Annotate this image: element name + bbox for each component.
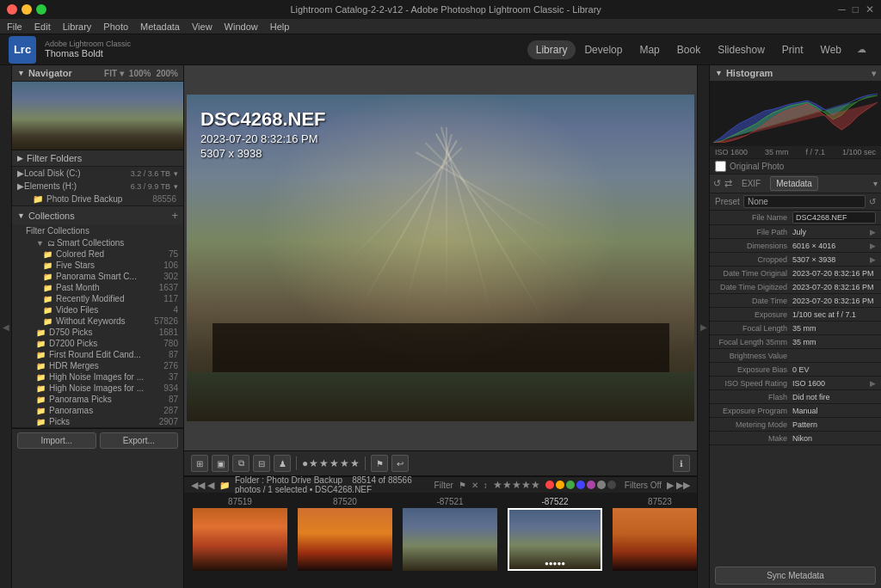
filmstrip-thumb[interactable]: 87519 [189,497,291,571]
collections-header[interactable]: ▼ Collections + [12,206,183,224]
collection-item[interactable]: 📁High Noise Images for ...934 [12,383,183,394]
navigator-fit[interactable]: FIT ▾ [104,69,124,78]
menu-file[interactable]: File [7,21,22,32]
filter-collections[interactable]: Filter Collections [12,224,183,237]
preset-icon[interactable]: ↺ [869,197,876,206]
filter-blue[interactable] [576,481,585,489]
collection-item[interactable]: 📁HDR Merges276 [12,360,183,371]
window-controls[interactable] [7,4,46,15]
nav-fwd[interactable]: ▶ [667,480,674,491]
disk-elements-arrow[interactable]: ▾ [174,182,178,191]
star-rating-filter[interactable]: ● ★ ★ ★ ★ ★ [302,457,360,469]
filter-pick-icon[interactable]: ⚑ [459,481,466,490]
sync-metadata-button[interactable]: Sync Metadata [715,567,876,585]
view-grid-button[interactable]: ⊞ [191,455,208,472]
nav-last[interactable]: ▶▶ [676,480,690,491]
histogram-menu-icon[interactable]: ▾ [872,69,876,78]
navigator-header[interactable]: ▼ Navigator FIT ▾ 100% 200% [12,65,183,82]
filter-gray[interactable] [597,481,606,489]
metadata-button[interactable]: ℹ [673,455,690,472]
collection-item[interactable]: 📁Panoramas287 [12,405,183,416]
module-book[interactable]: Book [668,40,709,59]
view-survey-button[interactable]: ⊟ [253,455,270,472]
filter-yellow[interactable] [556,481,564,489]
maximize-button[interactable] [36,4,46,15]
module-library[interactable]: Library [527,40,576,59]
module-map[interactable]: Map [631,40,668,59]
minimize-button[interactable] [22,4,32,15]
star6[interactable]: ★ [350,457,360,469]
menu-help[interactable]: Help [270,21,290,32]
filter-sort-icon[interactable]: ↕ [484,481,488,490]
disk-local-arrow[interactable]: ▾ [174,169,178,178]
original-photo-check[interactable] [715,161,726,172]
menu-library[interactable]: Library [63,21,92,32]
collection-item[interactable]: 📁Video Files4 [12,304,183,315]
collection-item[interactable]: 📁Panorama Smart C...302 [12,271,183,282]
menu-photo[interactable]: Photo [103,21,128,32]
filter-green[interactable] [566,481,575,489]
close-button[interactable] [7,4,17,15]
collection-item[interactable]: 📁Colored Red75 [12,248,183,260]
collection-item[interactable]: 📁Picks2907 [12,416,183,427]
collection-item[interactable]: 📁Recently Modified117 [12,293,183,304]
menu-window[interactable]: Window [225,21,258,32]
win-restore-icon[interactable]: □ [853,3,859,15]
folder-photo-backup[interactable]: 📁 Photo Drive Backup 88556 [12,193,183,205]
right-panel-collapse[interactable]: ▶ [697,65,709,588]
meta-expand-icon[interactable]: ▶ [870,242,876,250]
tab-metadata[interactable]: Metadata [770,176,818,191]
smart-collections-group[interactable]: ▼ 🗂 Smart Collections [12,237,183,248]
star3[interactable]: ★ [319,457,329,469]
collection-item[interactable]: 📁Panorama Picks87 [12,394,183,405]
win-min-icon[interactable]: ─ [838,3,846,15]
nav-prev[interactable]: ◀◀ [191,480,205,491]
collection-item[interactable]: 📁High Noise Images for ...37 [12,371,183,383]
filmstrip-thumb[interactable]: -87522●●●●● [504,497,606,571]
meta-arrows-icon[interactable]: ⇄ [724,178,732,189]
flag-pick-button[interactable]: ⚑ [371,455,388,472]
collection-item[interactable]: 📁D7200 Picks780 [12,338,183,349]
collection-item[interactable]: 📁First Round Edit Cand...87 [12,349,183,360]
filters-off-label[interactable]: Filters Off [625,481,662,490]
filter-red[interactable] [545,481,554,489]
meta-value[interactable]: DSC4268.NEF [792,211,876,224]
navigator-100[interactable]: 100% [129,69,151,78]
filter-purple[interactable] [587,481,595,489]
nav-back[interactable]: ◀ [207,480,214,491]
module-slideshow[interactable]: Slideshow [709,40,773,59]
meta-refresh-icon[interactable]: ↺ [713,178,721,189]
module-web[interactable]: Web [812,40,850,59]
catalog-header[interactable]: ▶ Filter Folders [12,150,183,166]
menu-view[interactable]: View [192,21,213,32]
filmstrip-thumb[interactable]: 87520 [294,497,396,571]
collection-item[interactable]: 📁Without Keywords57826 [12,315,183,327]
star2[interactable]: ★ [309,457,318,469]
module-print[interactable]: Print [773,40,812,59]
stars-filter[interactable]: ★★★★★ [493,479,540,491]
import-button[interactable]: Import... [17,432,96,449]
filter-flag-icon[interactable]: ✕ [471,481,478,490]
star1[interactable]: ● [302,457,308,469]
star5[interactable]: ★ [340,457,349,469]
collection-item[interactable]: 📁Past Month1637 [12,282,183,293]
filter-none[interactable] [607,481,616,489]
win-close-icon[interactable]: ✕ [866,3,874,15]
metadata-dropdown[interactable]: ▾ [873,179,878,188]
view-people-button[interactable]: ♟ [274,455,291,472]
collection-item[interactable]: 📁D750 Picks1681 [12,327,183,338]
tab-exif[interactable]: EXIF [736,176,767,191]
meta-expand-icon[interactable]: ▶ [870,379,876,388]
win-controls-right[interactable]: ─ □ ✕ [838,3,874,15]
filmstrip-thumb[interactable]: 87523 [609,497,697,571]
module-develop[interactable]: Develop [576,40,631,59]
preset-value[interactable]: None [743,195,866,208]
export-button[interactable]: Export... [100,432,179,449]
histogram-header[interactable]: ▼ Histogram ▾ [710,65,881,82]
left-panel-collapse[interactable]: ◀ [0,65,12,588]
flag-reject-button[interactable]: ↩ [391,455,409,472]
menu-edit[interactable]: Edit [34,21,51,32]
view-compare-button[interactable]: ⧉ [232,455,250,472]
collection-item[interactable]: 📁Five Stars106 [12,260,183,271]
menu-metadata[interactable]: Metadata [140,21,180,32]
